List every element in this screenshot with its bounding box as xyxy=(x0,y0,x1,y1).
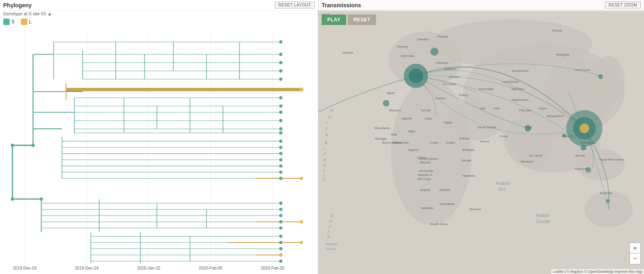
svg-text:Iraq: Iraq xyxy=(480,107,485,110)
svg-point-220 xyxy=(383,100,389,107)
svg-point-67 xyxy=(279,40,283,44)
svg-text:Kazakhstan: Kazakhstan xyxy=(512,69,529,73)
map-background[interactable]: N o r t h A t l a n t i c S o u t h Atla… xyxy=(318,11,644,274)
svg-text:Lithuania: Lithuania xyxy=(435,61,449,65)
svg-text:Afghanistan: Afghanistan xyxy=(511,98,528,102)
svg-text:Niger: Niger xyxy=(408,130,415,133)
svg-point-70 xyxy=(279,69,283,73)
svg-text:Maldives: Maldives xyxy=(521,160,534,163)
transmissions-header: Transmissions RESET ZOOM xyxy=(318,0,644,10)
svg-text:2019-Dec-03: 2019-Dec-03 xyxy=(13,266,37,270)
svg-text:Kenya: Kenya xyxy=(462,159,471,162)
svg-text:Iran: Iran xyxy=(494,107,500,110)
svg-point-69 xyxy=(279,61,283,64)
zoom-in-button[interactable]: + xyxy=(630,243,640,253)
svg-text:Mongolia: Mongolia xyxy=(556,53,569,56)
reset-zoom-button[interactable]: RESET ZOOM xyxy=(605,2,641,8)
svg-text:Russia: Russia xyxy=(552,29,562,32)
chevron-up-icon[interactable]: ▲ xyxy=(48,11,52,16)
svg-text:Saudi Arabia: Saudi Arabia xyxy=(478,125,496,129)
svg-text:Mali: Mali xyxy=(391,133,397,136)
svg-text:Republic of: Republic of xyxy=(418,174,432,177)
svg-text:2020-Feb-05: 2020-Feb-05 xyxy=(199,266,222,270)
legend-color-s xyxy=(3,19,10,25)
svg-text:Gabon: Gabon xyxy=(417,156,427,159)
svg-point-95 xyxy=(300,241,303,244)
svg-point-87 xyxy=(279,201,283,205)
phylogeny-title: Phylogeny xyxy=(3,2,32,8)
svg-point-82 xyxy=(279,158,283,161)
svg-text:Papua New Guinea: Papua New Guinea xyxy=(599,158,624,161)
svg-point-103 xyxy=(39,197,43,201)
zoom-controls: + − xyxy=(629,243,641,264)
phylogeny-header: Phylogeny RESET LAYOUT xyxy=(0,0,318,10)
svg-point-224 xyxy=(606,199,610,203)
svg-point-117 xyxy=(576,149,625,181)
svg-point-90 xyxy=(279,220,283,224)
svg-point-94 xyxy=(279,241,283,244)
genotype-label: Genotype at S site 50 xyxy=(3,11,46,16)
svg-text:Nepal: Nepal xyxy=(538,107,547,110)
svg-text:Sea: Sea xyxy=(498,186,506,191)
svg-point-93 xyxy=(279,234,283,238)
svg-text:Atlantic: Atlantic xyxy=(325,242,338,246)
svg-text:2020-Feb-26: 2020-Feb-26 xyxy=(261,266,285,270)
svg-point-77 xyxy=(279,127,283,130)
svg-text:Egypt: Egypt xyxy=(444,121,453,124)
svg-point-85 xyxy=(279,177,283,180)
svg-point-99 xyxy=(279,253,283,257)
zoom-out-button[interactable]: − xyxy=(630,253,640,264)
svg-point-72 xyxy=(299,88,303,92)
legend-label-l: L xyxy=(29,19,32,25)
phylogeny-tree[interactable]: 2019-Dec-03 2019-Dec-24 2020-Jan-15 2020… xyxy=(0,27,318,274)
svg-point-68 xyxy=(279,53,283,56)
legend-item-s: S xyxy=(3,19,15,25)
svg-text:S: S xyxy=(330,213,334,218)
svg-text:Angola: Angola xyxy=(420,188,430,192)
transmissions-title: Transmissions xyxy=(322,2,361,8)
svg-text:Senegal: Senegal xyxy=(375,137,387,140)
transmissions-panel: Transmissions RESET ZOOM xyxy=(318,0,644,274)
svg-text:Burkina Faso: Burkina Faso xyxy=(392,141,409,144)
svg-point-218 xyxy=(525,125,531,132)
svg-point-102 xyxy=(11,197,14,201)
svg-text:a: a xyxy=(324,157,326,162)
genotype-row: Genotype at S site 50 ▲ xyxy=(0,10,318,18)
svg-text:Algeria: Algeria xyxy=(402,117,412,120)
svg-text:2020-Jan-15: 2020-Jan-15 xyxy=(137,266,160,270)
svg-text:Oman: Oman xyxy=(499,134,508,138)
svg-text:the Congo: the Congo xyxy=(418,178,431,181)
phylogeny-panel: Phylogeny RESET LAYOUT Genotype at S sit… xyxy=(0,0,318,274)
svg-point-89 xyxy=(279,214,283,217)
svg-point-81 xyxy=(279,152,283,155)
svg-text:Ethiopia: Ethiopia xyxy=(463,148,474,152)
svg-text:Brunei: Brunei xyxy=(575,154,585,157)
svg-text:Democratic: Democratic xyxy=(419,169,434,172)
reset-button[interactable]: RESET xyxy=(348,15,376,25)
svg-text:2019-Dec-24: 2019-Dec-24 xyxy=(75,266,99,270)
svg-text:Spain: Spain xyxy=(387,91,395,95)
svg-point-100 xyxy=(31,144,35,147)
svg-text:Eritrea: Eritrea xyxy=(459,137,469,140)
svg-point-112 xyxy=(391,80,472,225)
legend: S L xyxy=(0,18,318,27)
legend-color-l xyxy=(21,19,27,25)
svg-text:Arabian: Arabian xyxy=(495,181,511,186)
svg-text:Ocean: Ocean xyxy=(326,247,337,251)
svg-text:h: h xyxy=(326,132,328,137)
svg-point-73 xyxy=(279,96,283,99)
svg-point-91 xyxy=(300,220,303,224)
svg-point-71 xyxy=(279,77,283,81)
svg-text:Australia: Australia xyxy=(600,191,613,195)
svg-text:Uzbekistan: Uzbekistan xyxy=(503,80,519,84)
svg-text:Denmark: Denmark xyxy=(401,54,414,58)
svg-point-213 xyxy=(409,69,423,83)
svg-text:Ocean: Ocean xyxy=(536,219,551,224)
play-button[interactable]: PLAY xyxy=(322,15,346,25)
svg-text:Indian: Indian xyxy=(536,213,549,218)
reset-layout-button[interactable]: RESET LAYOUT xyxy=(275,2,315,8)
svg-point-74 xyxy=(279,105,283,108)
svg-point-119 xyxy=(447,100,504,140)
svg-text:u: u xyxy=(328,224,331,228)
svg-point-83 xyxy=(279,164,283,167)
